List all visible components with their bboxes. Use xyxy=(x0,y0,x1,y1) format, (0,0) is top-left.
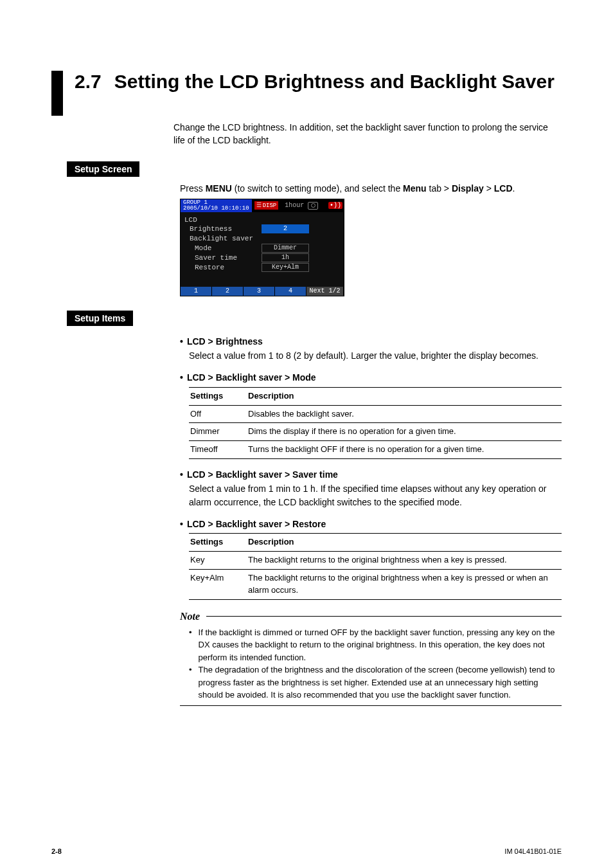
table-row: KeyThe backlight returns to the original… xyxy=(189,552,562,570)
disp-icon: ☰DISP xyxy=(254,201,279,210)
ss-val-mode: Dimmer xyxy=(262,244,309,253)
alarm-icon: •)) xyxy=(328,202,342,209)
restore-table: SettingsDescription KeyThe backlight ret… xyxy=(189,533,562,599)
ss-1hour: 1hour xyxy=(285,202,304,209)
section-heading: 2.7 Setting the LCD Brightness and Backl… xyxy=(51,71,562,116)
item-restore-head: •LCD > Backlight saver > Restore xyxy=(180,518,562,530)
ss-softkey-1: 1 xyxy=(181,287,212,296)
ss-softkey-next: Next 1/2 xyxy=(306,287,344,296)
note-heading: Note xyxy=(180,609,562,624)
item-savertime-head: •LCD > Backlight saver > Saver time xyxy=(180,468,562,481)
table-row: DimmerDims the display if there is no op… xyxy=(189,423,562,441)
section-title: Setting the LCD Brightness and Backlight… xyxy=(114,71,562,93)
ss-val-savertime: 1h xyxy=(262,253,309,262)
page-number: 2-8 xyxy=(51,847,62,855)
heading-bar xyxy=(51,71,63,116)
item-brightness-body: Select a value from 1 to 8 (2 by default… xyxy=(189,349,562,362)
ss-val-restore: Key+Alm xyxy=(262,263,309,272)
camera-icon xyxy=(308,202,318,210)
note-list: •If the backlight is dimmed or turned OF… xyxy=(180,626,562,706)
ss-softkey-2: 2 xyxy=(212,287,244,296)
press-instruction: Press MENU (to switch to setting mode), … xyxy=(180,182,562,195)
ss-val-brightness: 2 xyxy=(262,224,309,233)
intro-text: Change the LCD brightness. In addition, … xyxy=(173,121,562,147)
ss-group-label: GROUP 1 2005/10/10 10:10:10 xyxy=(181,199,252,212)
setup-items-tag: Setup Items xyxy=(67,311,133,326)
ss-softkey-3: 3 xyxy=(244,287,275,296)
table-row: TimeoffTurns the backlight OFF if there … xyxy=(189,441,562,459)
ss-softkey-4: 4 xyxy=(275,287,306,296)
item-mode-head: •LCD > Backlight saver > Mode xyxy=(180,371,562,384)
table-row: OffDisables the backlight saver. xyxy=(189,405,562,423)
section-number: 2.7 xyxy=(75,71,102,93)
item-savertime-body: Select a value from 1 min to 1 h. If the… xyxy=(189,482,562,509)
mode-table: SettingsDescription OffDisables the back… xyxy=(189,387,562,459)
setup-screen-tag: Setup Screen xyxy=(67,161,139,177)
page-footer: 2-8 IM 04L41B01-01E xyxy=(51,847,562,855)
doc-id: IM 04L41B01-01E xyxy=(504,847,562,855)
item-brightness-head: •LCD > Brightness xyxy=(180,335,562,348)
device-screenshot: GROUP 1 2005/10/10 10:10:10 ☰DISP 1hour … xyxy=(180,199,344,296)
ss-lcd-label: LCD xyxy=(184,216,340,224)
table-row: Key+AlmThe backlight returns to the orig… xyxy=(189,570,562,600)
